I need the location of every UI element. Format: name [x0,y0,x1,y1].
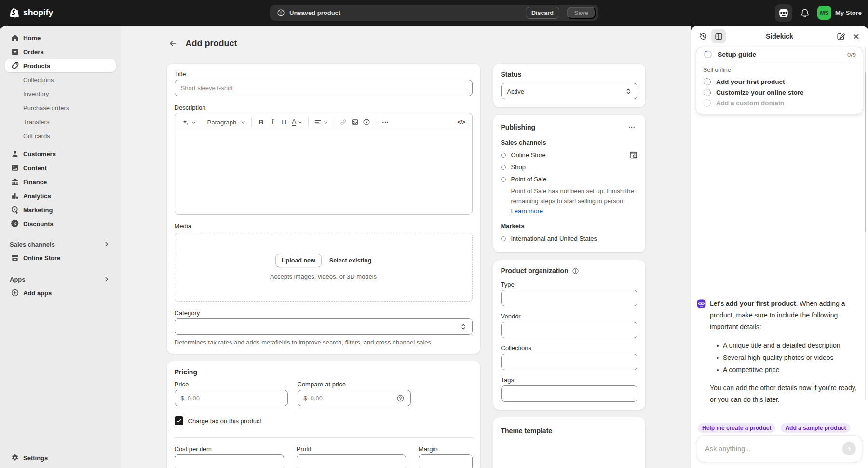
publishing-menu-button[interactable] [626,122,637,133]
shopify-logo[interactable]: shopify [9,0,53,26]
charge-tax-row[interactable]: Charge tax on this product [175,416,473,425]
suggestion-chip[interactable]: Add a sample product [781,423,850,433]
account-menu[interactable]: MS My Store [817,6,862,20]
main-content: Add product Title Short sleeve t-shirt D… [121,26,691,468]
product-details-card: Title Short sleeve t-shirt Description P… [167,64,480,354]
sidebar-item-content[interactable]: Content [5,161,116,175]
tags-label: Tags [501,376,637,384]
sidebar-item-analytics[interactable]: Analytics [5,189,116,203]
vendor-input[interactable] [501,322,637,338]
show-html-button[interactable]: </> [456,116,467,128]
sidekick-input[interactable]: Ask anything... [697,435,862,462]
collections-input[interactable] [501,354,637,370]
setup-item-customize-your-online-store[interactable]: Customize your online store [703,87,856,97]
dashed-circle-icon [703,99,711,107]
scrollbar-thumb[interactable] [865,72,866,232]
suggestion-chip[interactable]: Help me create a product [698,423,775,433]
sidebar-item-home[interactable]: Home [5,31,116,44]
upload-new-button[interactable]: Upload new [275,254,322,267]
progress-ring-icon [703,50,713,59]
sidebar-item-customers[interactable]: Customers [5,147,116,161]
channel-row-point-of-sale[interactable]: Point of Sale [501,173,637,185]
status-select[interactable]: Active [501,83,637,99]
orders-icon [11,47,19,56]
sidekick-bullet: A unique title and a detailed descriptio… [710,340,863,352]
notifications-button[interactable] [797,5,813,21]
charge-tax-checkbox[interactable] [175,416,183,425]
learn-more-link[interactable]: Learn more [511,207,543,215]
sales-channels-header[interactable]: Sales channels [5,237,116,251]
sidebar-item-orders[interactable]: Orders [5,45,116,58]
compare-at-price-input[interactable]: $0.00 [298,390,411,406]
sidebar-item-finance[interactable]: Finance [5,175,116,189]
history-button[interactable] [696,29,710,43]
bold-button[interactable]: B [255,116,267,128]
margin-input[interactable] [419,454,473,468]
description-editor[interactable]: Paragraph B I U A [175,113,473,215]
sidekick-bullet: A competitive price [710,364,863,376]
sidebar-item-gift-cards[interactable]: Gift cards [5,129,116,142]
close-icon [852,32,860,41]
sidebar-item-add-apps[interactable]: Add apps [5,286,116,300]
publishing-title: Publishing [501,124,536,131]
insert-video-button[interactable] [361,116,372,128]
align-button[interactable] [312,116,330,128]
paragraph-style-dropdown[interactable]: Paragraph [205,116,248,128]
save-button[interactable]: Save [567,7,596,19]
new-chat-button[interactable] [833,29,848,43]
sales-channels-subtitle: Sales channels [501,139,637,146]
home-icon [11,33,19,42]
title-input[interactable]: Short sleeve t-shirt [175,80,473,96]
setup-item-add-a-custom-domain[interactable]: Add a custom domain [703,97,856,108]
channel-row-online-store[interactable]: Online Store [501,149,637,161]
price-input[interactable]: $0.00 [175,390,288,406]
ai-sparkle-button[interactable] [180,116,198,128]
underline-button[interactable]: U [278,116,290,128]
compose-icon [837,32,845,41]
description-textarea[interactable] [175,131,472,214]
help-icon[interactable] [396,394,405,402]
market-row[interactable]: International and United States [501,233,637,245]
apps-header[interactable]: Apps [5,273,116,286]
back-button[interactable] [167,37,179,50]
select-existing-link[interactable]: Select existing [329,257,372,264]
organization-fields: TypeVendorCollectionsTags [501,281,637,402]
chevron-down-icon [241,120,246,125]
shopify-bag-icon [9,7,20,19]
setup-guide-header[interactable]: Setup guide 0/9 [696,47,863,62]
insert-image-button[interactable] [349,116,361,128]
channels-list: Online StoreShopPoint of Sale [501,149,637,185]
channel-row-shop[interactable]: Shop [501,161,637,173]
more-formatting-button[interactable] [380,116,391,128]
sidekick-toggle-button[interactable] [775,4,792,22]
close-sidekick-button[interactable] [849,29,863,43]
content-icon [11,164,19,172]
text-color-button[interactable]: A [290,116,305,128]
sidebar-item-inventory[interactable]: Inventory [5,87,116,100]
discard-button[interactable]: Discard [526,7,559,19]
italic-button[interactable]: I [267,116,278,128]
charge-tax-label: Charge tax on this product [188,417,261,425]
setup-item-add-your-first-product[interactable]: Add your first product [703,76,856,87]
sidebar-item-purchase-orders[interactable]: Purchase orders [5,101,116,114]
profit-input[interactable] [297,454,406,468]
sidebar-item-settings[interactable]: Settings [5,451,116,465]
sidebar-item-marketing[interactable]: Marketing [5,203,116,217]
media-dropzone[interactable]: Upload new Select existing Accepts image… [175,233,473,302]
sidebar-item-products[interactable]: Products [5,59,116,72]
category-select[interactable] [175,318,473,335]
sidekick-closing-text: You can add the other details now if you… [710,382,863,405]
sidebar-item-discounts[interactable]: Discounts [5,217,116,231]
sidebar-item-collections[interactable]: Collections [5,73,116,86]
tags-input[interactable] [501,385,637,402]
type-input[interactable] [501,290,637,306]
plus-circle-icon [11,289,19,297]
unsaved-status-text: Unsaved product [289,9,340,16]
sidebar-item-transfers[interactable]: Transfers [5,115,116,128]
sidebar-item-online-store[interactable]: Online Store [5,251,116,264]
send-button[interactable] [842,442,856,455]
link-button[interactable] [338,116,349,128]
cost-per-item-input[interactable] [175,454,284,468]
panel-toggle-button[interactable] [711,29,726,43]
title-label: Title [175,70,473,78]
